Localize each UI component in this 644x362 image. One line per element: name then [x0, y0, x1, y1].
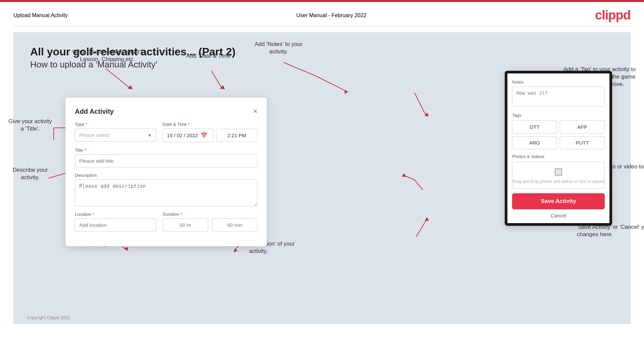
callout-date-time: Add 'Date & Time'. — [180, 52, 240, 60]
svg-line-2 — [211, 71, 221, 88]
tag-ott[interactable]: OTT — [512, 120, 557, 134]
duration-label: Duration * — [163, 212, 257, 217]
callout-describe: Describe your activity. — [8, 166, 52, 181]
phone-panel: Notes Tags OTT APP ARG PUTT Photos & Vid… — [505, 71, 612, 226]
modal-title: Add Activity — [75, 108, 114, 115]
description-input[interactable] — [75, 179, 257, 206]
svg-line-0 — [106, 68, 129, 88]
location-label: Location * — [75, 212, 156, 217]
tag-arg[interactable]: ARG — [512, 136, 557, 149]
tags-label: Tags — [512, 113, 605, 118]
location-input[interactable] — [75, 218, 156, 231]
upload-area[interactable]: 🖼 Drag and Drop photos and videos or cli… — [512, 162, 605, 189]
notes-input[interactable] — [512, 87, 605, 107]
callout-give-title: Give your activity a 'Title'. — [8, 118, 52, 133]
title-input[interactable] — [75, 154, 257, 167]
svg-marker-3 — [220, 85, 225, 89]
svg-line-21 — [403, 175, 414, 180]
tags-grid: OTT APP ARG PUTT — [512, 120, 605, 149]
upload-icon: 🖼 — [554, 167, 563, 178]
datetime-label: Date & Time * — [163, 122, 257, 127]
calendar-icon: 📅 — [201, 132, 207, 139]
svg-marker-17 — [344, 90, 348, 94]
svg-marker-19 — [425, 112, 429, 116]
svg-line-18 — [414, 93, 426, 116]
logo: clippd — [595, 8, 631, 22]
photos-videos-label: Photos & Videos — [512, 154, 605, 159]
callout-notes: Add 'Notes' to your activity. — [245, 41, 312, 55]
notes-label: Notes — [512, 80, 605, 85]
add-activity-modal: Add Activity × Type * Please select ▼ Da… — [65, 98, 267, 246]
cancel-link[interactable]: Cancel — [512, 213, 605, 218]
callout-what-type: What type of activity was it? Lesson, Ch… — [69, 48, 146, 63]
page-title-center: User Manual - February 2022 — [296, 12, 366, 18]
svg-line-16 — [315, 76, 346, 91]
description-label: Description — [75, 173, 257, 178]
copyright: Copyright Clippd 2021 — [27, 315, 70, 320]
svg-marker-1 — [128, 85, 133, 89]
svg-marker-22 — [402, 173, 405, 177]
save-activity-button[interactable]: Save Activity — [512, 193, 605, 209]
title-label: Title * — [75, 148, 257, 153]
page-title-left: Upload Manual Activity — [13, 12, 68, 18]
date-value: 15 / 02 / 2022 — [167, 133, 198, 138]
svg-line-23 — [416, 220, 426, 237]
close-button[interactable]: × — [253, 107, 257, 116]
tag-app[interactable]: APP — [560, 120, 605, 134]
duration-hr-input[interactable] — [163, 218, 208, 231]
upload-text: Drag and Drop photos and videos or click… — [513, 179, 604, 184]
tag-putt[interactable]: PUTT — [560, 136, 605, 149]
svg-marker-24 — [425, 217, 429, 221]
date-input[interactable]: 15 / 02 / 2022 📅 — [163, 128, 214, 142]
time-input[interactable]: 2:21 PM — [216, 129, 257, 142]
duration-min-input[interactable] — [212, 218, 257, 231]
type-label: Type * — [75, 122, 156, 127]
type-select[interactable]: Please select — [75, 128, 156, 142]
svg-line-20 — [414, 180, 423, 190]
